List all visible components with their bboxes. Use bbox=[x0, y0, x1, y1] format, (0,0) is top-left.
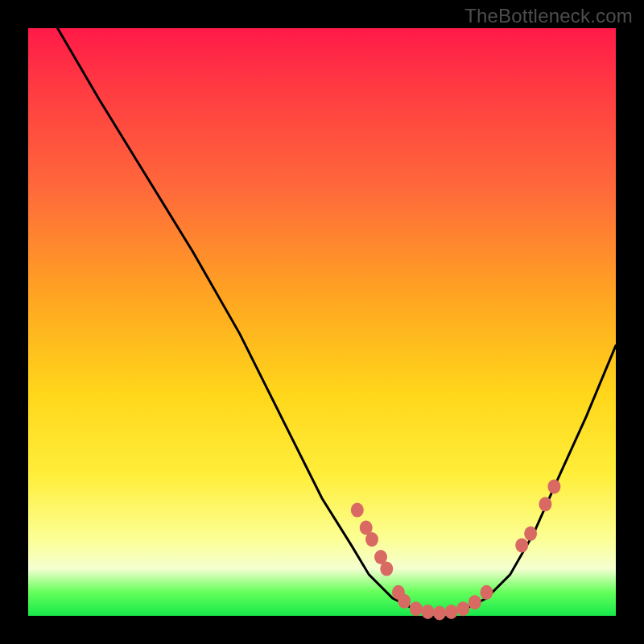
data-marker bbox=[456, 601, 469, 616]
plot-area bbox=[28, 28, 616, 616]
data-marker bbox=[433, 605, 446, 620]
data-marker bbox=[445, 605, 458, 619]
data-marker bbox=[547, 479, 560, 493]
curve-layer bbox=[28, 28, 616, 616]
watermark-text: TheBottleneck.com bbox=[464, 5, 633, 27]
data-marker bbox=[380, 562, 393, 576]
data-marker bbox=[421, 605, 434, 619]
data-marker bbox=[480, 585, 493, 600]
data-marker bbox=[524, 526, 537, 541]
data-marker bbox=[515, 538, 528, 552]
data-markers bbox=[351, 479, 561, 620]
data-marker bbox=[351, 503, 364, 518]
data-marker bbox=[469, 595, 481, 609]
chart-frame: TheBottleneck.com bbox=[0, 0, 644, 644]
data-marker bbox=[539, 497, 551, 511]
data-marker bbox=[398, 594, 411, 609]
data-marker bbox=[365, 532, 378, 547]
data-marker bbox=[410, 601, 423, 616]
bottleneck-curve bbox=[58, 28, 617, 613]
